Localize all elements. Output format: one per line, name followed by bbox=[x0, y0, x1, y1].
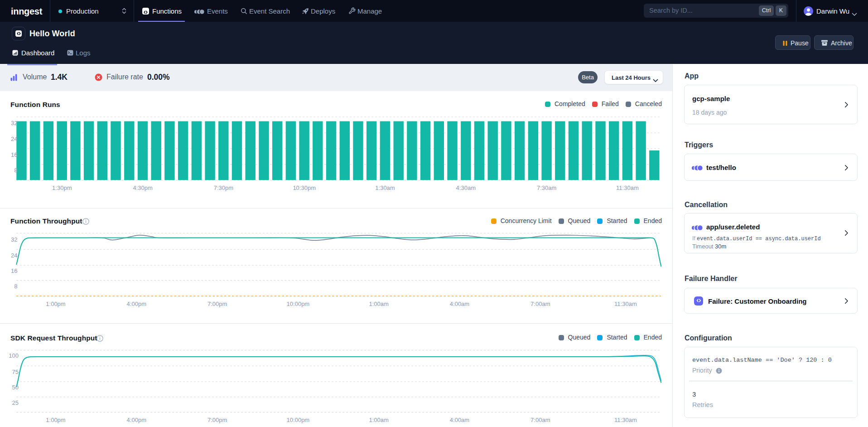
svg-text:10:00pm: 10:00pm bbox=[287, 417, 310, 423]
svg-text:7:30pm: 7:30pm bbox=[214, 184, 233, 191]
svg-text:11:30am: 11:30am bbox=[614, 301, 637, 307]
svg-text:25: 25 bbox=[12, 399, 19, 406]
svg-text:11:30am: 11:30am bbox=[616, 184, 639, 191]
svg-text:7:30am: 7:30am bbox=[537, 184, 556, 191]
svg-text:32: 32 bbox=[11, 236, 17, 243]
svg-text:10:00pm: 10:00pm bbox=[287, 301, 310, 307]
svg-text:10:30pm: 10:30pm bbox=[293, 184, 316, 191]
svg-text:1:00pm: 1:00pm bbox=[46, 301, 65, 307]
svg-text:100: 100 bbox=[9, 352, 19, 359]
svg-text:11:30am: 11:30am bbox=[614, 417, 637, 423]
svg-text:1:00pm: 1:00pm bbox=[46, 417, 65, 423]
svg-text:7:00am: 7:00am bbox=[530, 301, 550, 307]
svg-text:7:00pm: 7:00pm bbox=[207, 301, 227, 307]
svg-text:4:00am: 4:00am bbox=[450, 417, 469, 423]
svg-text:7:00pm: 7:00pm bbox=[207, 417, 227, 423]
svg-text:16: 16 bbox=[11, 151, 17, 158]
svg-text:1:30am: 1:30am bbox=[375, 184, 395, 191]
svg-text:4:30am: 4:30am bbox=[456, 184, 476, 191]
svg-text:8: 8 bbox=[14, 167, 17, 174]
svg-text:1:00am: 1:00am bbox=[369, 417, 389, 423]
svg-text:4:00am: 4:00am bbox=[450, 301, 469, 307]
svg-text:7:00am: 7:00am bbox=[530, 417, 550, 423]
svg-text:50: 50 bbox=[12, 384, 19, 391]
svg-text:24: 24 bbox=[11, 252, 17, 259]
svg-text:32: 32 bbox=[11, 120, 17, 126]
svg-text:16: 16 bbox=[11, 267, 17, 274]
svg-text:4:30pm: 4:30pm bbox=[133, 184, 152, 191]
svg-text:1:00am: 1:00am bbox=[369, 301, 389, 307]
svg-text:24: 24 bbox=[11, 136, 17, 142]
svg-text:75: 75 bbox=[12, 369, 19, 375]
svg-text:4:00pm: 4:00pm bbox=[127, 417, 146, 423]
svg-text:8: 8 bbox=[14, 283, 17, 290]
svg-text:4:00pm: 4:00pm bbox=[127, 301, 146, 307]
svg-text:1:30pm: 1:30pm bbox=[52, 184, 72, 191]
